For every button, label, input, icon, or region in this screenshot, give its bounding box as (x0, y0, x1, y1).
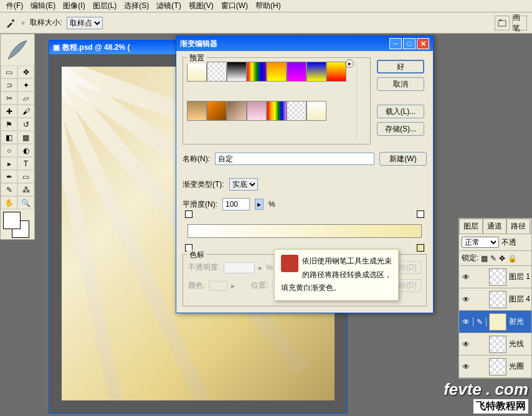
gradient-type-label: 渐变类型(T): (183, 179, 224, 190)
preset-swatch[interactable] (227, 62, 247, 82)
heal-tool[interactable]: ✚ (1, 105, 17, 118)
preset-swatch[interactable] (247, 62, 267, 82)
lasso-tool[interactable]: ⊃ (1, 78, 17, 92)
file-browser-icon[interactable] (495, 16, 510, 31)
hand-tool[interactable]: ✋ (1, 196, 17, 209)
options-bar: ▾ 取样大小: 取样点 画笔 (0, 12, 532, 34)
visibility-icon[interactable]: 👁 (459, 318, 473, 326)
color-stop-right[interactable] (417, 244, 424, 252)
preset-swatch[interactable] (306, 101, 326, 121)
zoom-tool[interactable]: 🔍 (17, 196, 34, 209)
ps-doc-icon: ▣ (53, 43, 60, 52)
brush-button[interactable]: 画笔 (512, 16, 527, 31)
menu-layer[interactable]: 图层(L) (89, 0, 121, 12)
link-icon[interactable]: ✎ (473, 318, 487, 326)
tab-paths[interactable]: 路径 (506, 219, 530, 234)
preset-swatch[interactable] (326, 62, 346, 82)
lock-move-icon[interactable]: ✥ (499, 254, 505, 263)
menu-image[interactable]: 图像(I) (59, 0, 88, 12)
presets-menu-icon[interactable]: ▸ (345, 59, 354, 68)
blur-tool[interactable]: ○ (1, 144, 17, 157)
dialog-title: 渐变编辑器 (180, 39, 217, 49)
menu-view[interactable]: 视图(V) (185, 0, 217, 12)
preset-swatch[interactable] (227, 101, 247, 121)
lock-transparent-icon[interactable]: ▦ (481, 254, 488, 263)
opacity-stop-right[interactable] (417, 210, 424, 218)
cancel-button[interactable]: 取消 (377, 77, 424, 91)
slice-tool[interactable]: ▱ (17, 92, 34, 105)
preset-swatch[interactable] (187, 101, 207, 121)
preset-swatch[interactable] (267, 62, 287, 82)
foreground-color[interactable] (3, 212, 21, 229)
menu-filter[interactable]: 滤镜(T) (153, 0, 184, 12)
menu-file[interactable]: 件(F) (2, 0, 27, 12)
shape-tool[interactable]: ▭ (17, 170, 34, 183)
watermark-cn: 飞特教程网 (473, 399, 528, 414)
preset-swatch[interactable] (187, 62, 207, 82)
gradient-tool[interactable]: ▦ (17, 131, 34, 144)
preset-swatch[interactable] (247, 101, 267, 121)
load-button[interactable]: 载入(L)... (377, 105, 424, 118)
layer-name: 光线 (509, 339, 524, 349)
eyedropper-tool[interactable]: ⁂ (17, 183, 34, 196)
close-button[interactable]: ✕ (417, 38, 429, 49)
layer-item[interactable]: 👁 图层 1 (459, 266, 531, 288)
maximize-button[interactable]: □ (403, 38, 416, 49)
layer-item[interactable]: 👁 图层 4 (459, 288, 531, 311)
menu-help[interactable]: 帮助(H) (252, 0, 285, 12)
layer-name: 图层 4 (509, 294, 530, 305)
preset-swatch[interactable] (306, 62, 326, 82)
save-button[interactable]: 存储(S)... (377, 122, 424, 136)
pen-tool[interactable]: ✒ (1, 170, 17, 183)
watermark: fevte . com 飞特教程网 (444, 380, 528, 414)
visibility-icon[interactable]: 👁 (459, 295, 473, 304)
layer-item[interactable]: 👁 光线 (459, 333, 531, 356)
smoothness-input[interactable] (222, 198, 250, 210)
layer-item[interactable]: 👁 光圈 (459, 356, 531, 378)
sample-size-select[interactable]: 取样点 (67, 17, 103, 29)
visibility-icon[interactable]: 👁 (459, 340, 473, 349)
history-brush-tool[interactable]: ↺ (17, 118, 34, 131)
minimize-button[interactable]: ─ (389, 38, 402, 49)
dropdown-icon[interactable]: ▸ (255, 199, 264, 210)
layer-name: 光圈 (509, 361, 524, 372)
dodge-tool[interactable]: ◐ (17, 144, 34, 157)
visibility-icon[interactable]: 👁 (459, 273, 473, 281)
presets-scrollbar[interactable] (356, 62, 366, 140)
menu-edit[interactable]: 编辑(E) (27, 0, 59, 12)
type-tool[interactable]: T (17, 157, 34, 170)
brush-tool[interactable]: 🖌 (17, 105, 34, 118)
dialog-titlebar[interactable]: 渐变编辑器 ─ □ ✕ (176, 36, 433, 51)
path-tool[interactable]: ▸ (1, 157, 17, 170)
gradient-type-select[interactable]: 实底 (229, 178, 258, 191)
preset-swatch[interactable] (267, 101, 287, 121)
menu-window[interactable]: 窗口(W) (217, 0, 252, 12)
lock-all-icon[interactable]: 🔒 (508, 254, 517, 263)
lock-brush-icon[interactable]: ✎ (490, 254, 496, 263)
menu-select[interactable]: 选择(S) (120, 0, 153, 12)
crop-tool[interactable]: ✂ (1, 92, 17, 105)
visibility-icon[interactable]: 👁 (459, 362, 473, 371)
name-input[interactable] (215, 153, 374, 165)
stamp-tool[interactable]: ⚑ (1, 118, 17, 131)
wand-tool[interactable]: ✦ (17, 78, 34, 92)
menubar: 件(F) 编辑(E) 图像(I) 图层(L) 选择(S) 滤镜(T) 视图(V)… (0, 0, 532, 12)
gradient-bar[interactable] (188, 224, 422, 238)
layer-item-selected[interactable]: 👁 ✎ 射光 (459, 311, 531, 333)
preset-swatch[interactable] (287, 101, 306, 121)
layer-thumb (489, 358, 506, 376)
blend-mode-select[interactable]: 正常 (462, 237, 499, 248)
tab-channels[interactable]: 通道 (483, 219, 506, 234)
tab-layers[interactable]: 图层 (459, 219, 483, 234)
ok-button[interactable]: 好 (377, 60, 424, 73)
notes-tool[interactable]: ✎ (1, 183, 17, 196)
preset-swatch[interactable] (207, 62, 227, 82)
color-swatch[interactable] (1, 209, 34, 239)
eraser-tool[interactable]: ◧ (1, 131, 17, 144)
preset-swatch[interactable] (207, 101, 227, 121)
marquee-tool[interactable]: ▭ (1, 65, 17, 78)
new-button[interactable]: 新建(W) (379, 152, 427, 166)
preset-swatch[interactable] (287, 62, 306, 82)
opacity-stop-left[interactable] (185, 210, 192, 218)
move-tool[interactable]: ✥ (17, 65, 34, 78)
